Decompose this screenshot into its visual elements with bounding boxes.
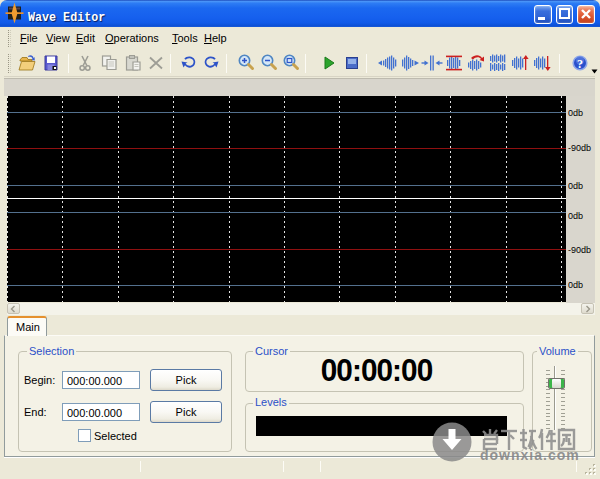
svg-text:?: ? xyxy=(577,57,583,71)
